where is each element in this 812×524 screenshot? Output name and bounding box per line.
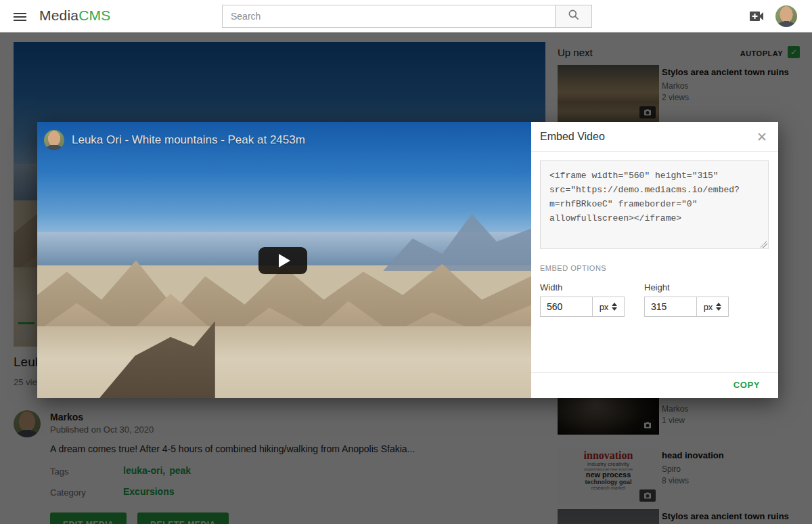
embed-preview-player[interactable]: Leuka Ori - White mountains - Peak at 24… bbox=[37, 122, 531, 398]
resize-handle-icon[interactable] bbox=[761, 241, 767, 248]
width-label: Width bbox=[540, 282, 562, 292]
embed-code-box[interactable]: <iframe width="560" height="315" src="ht… bbox=[540, 160, 769, 249]
copy-button[interactable]: COPY bbox=[734, 380, 760, 390]
embed-video-modal: Leuka Ori - White mountains - Peak at 24… bbox=[37, 122, 778, 398]
logo-media: Media bbox=[39, 7, 78, 23]
close-icon[interactable]: ✕ bbox=[757, 129, 767, 145]
modal-title: Embed Video bbox=[540, 131, 605, 143]
width-unit-select[interactable]: px bbox=[592, 297, 625, 317]
embed-panel: Embed Video ✕ <iframe width="560" height… bbox=[531, 122, 778, 398]
search-bar bbox=[222, 5, 592, 28]
preview-author-avatar[interactable] bbox=[44, 130, 64, 150]
upload-media-icon[interactable] bbox=[749, 9, 765, 24]
embed-code-text[interactable]: <iframe width="560" height="315" src="ht… bbox=[549, 169, 759, 225]
top-bar: MediaCMS bbox=[0, 0, 812, 32]
height-unit-select[interactable]: px bbox=[696, 297, 729, 317]
user-avatar[interactable] bbox=[775, 5, 797, 27]
menu-icon[interactable] bbox=[14, 13, 26, 21]
stepper-icon[interactable] bbox=[612, 303, 617, 311]
logo-cms: CMS bbox=[78, 7, 110, 23]
embed-options-label: EMBED OPTIONS bbox=[540, 264, 606, 272]
stepper-icon[interactable] bbox=[716, 303, 721, 311]
play-button[interactable] bbox=[258, 247, 307, 274]
preview-video-title: Leuka Ori - White mountains - Peak at 24… bbox=[72, 133, 305, 147]
height-label: Height bbox=[644, 282, 670, 292]
search-button[interactable] bbox=[555, 5, 592, 28]
search-input[interactable] bbox=[222, 5, 555, 28]
search-icon bbox=[567, 8, 581, 24]
height-input[interactable] bbox=[644, 297, 697, 317]
preview-header: Leuka Ori - White mountains - Peak at 24… bbox=[44, 130, 305, 150]
width-input[interactable] bbox=[540, 297, 593, 317]
logo[interactable]: MediaCMS bbox=[39, 7, 110, 24]
